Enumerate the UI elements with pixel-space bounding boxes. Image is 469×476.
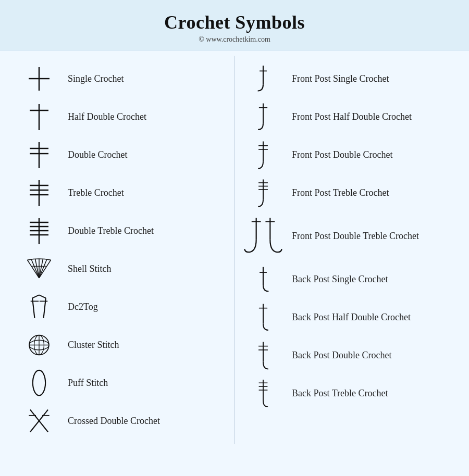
list-item: Front Post Single Crochet: [240, 60, 453, 98]
page: Crochet Symbols © www.crochetkim.com Sin…: [0, 0, 469, 476]
list-item: Puff Stitch: [16, 364, 229, 402]
list-item: Double Crochet: [16, 136, 229, 174]
stitch-name-bp-double-crochet: Back Post Double Crochet: [287, 349, 391, 361]
symbol-puff-stitch: [16, 366, 63, 400]
stitch-name-fp-single-crochet: Front Post Single Crochet: [287, 73, 389, 85]
list-item: Back Post Treble Crochet: [240, 374, 453, 412]
list-item: Front Post Half Double Crochet: [240, 98, 453, 136]
symbol-shell-stitch: [16, 252, 63, 286]
symbol-crossed-double-crochet: [16, 404, 63, 438]
symbol-double-treble-crochet: [16, 214, 63, 248]
symbol-bp-treble-crochet: [240, 377, 287, 410]
symbol-double-crochet: [16, 138, 63, 172]
right-column: Front Post Single Crochet Front Post Hal…: [234, 56, 459, 444]
stitch-name-bp-half-double-crochet: Back Post Half Double Crochet: [287, 311, 411, 323]
list-item: Single Crochet: [16, 60, 229, 98]
symbol-fp-half-double-crochet: [240, 100, 287, 134]
stitch-name-dc2tog: Dc2Tog: [63, 301, 98, 313]
stitch-name-puff-stitch: Puff Stitch: [63, 377, 108, 389]
list-item: Back Post Double Crochet: [240, 336, 453, 374]
stitch-name-crossed-double-crochet: Crossed Double Crochet: [63, 415, 160, 427]
svg-line-28: [32, 295, 39, 298]
symbol-bp-double-crochet: [240, 339, 287, 372]
symbol-bp-single-crochet: [240, 262, 287, 296]
page-title: Crochet Symbols: [10, 11, 459, 33]
list-item: Dc2Tog: [16, 288, 229, 326]
list-item: Double Treble Crochet: [16, 212, 229, 250]
content-grid: Single Crochet Half Double Crochet: [0, 51, 469, 455]
symbol-bp-half-double-crochet: [240, 300, 287, 334]
list-item: Back Post Half Double Crochet: [240, 298, 453, 336]
list-item: Front Post Treble Crochet: [240, 174, 453, 212]
left-column: Single Crochet Half Double Crochet: [10, 56, 234, 444]
svg-line-29: [39, 295, 46, 298]
stitch-name-single-crochet: Single Crochet: [63, 73, 124, 85]
list-item: Cluster Stitch: [16, 326, 229, 364]
stitch-name-double-treble-crochet: Double Treble Crochet: [63, 225, 154, 237]
stitch-name-treble-crochet: Treble Crochet: [63, 187, 124, 199]
symbol-half-double-crochet: [16, 100, 63, 134]
symbol-cluster-stitch: [16, 328, 63, 362]
list-item: Crossed Double Crochet: [16, 402, 229, 440]
symbol-single-crochet: [16, 62, 63, 96]
svg-line-21: [39, 259, 47, 278]
stitch-name-fp-treble-crochet: Front Post Treble Crochet: [287, 187, 389, 199]
symbol-fp-double-crochet: [240, 138, 287, 172]
list-item: Treble Crochet: [16, 174, 229, 212]
list-item: Half Double Crochet: [16, 98, 229, 136]
stitch-name-bp-single-crochet: Back Post Single Crochet: [287, 273, 388, 285]
stitch-name-half-double-crochet: Half Double Crochet: [63, 111, 146, 123]
list-item: Front Post Double Crochet: [240, 136, 453, 174]
stitch-name-fp-double-treble-crochet: Front Post Double Treble Crochet: [287, 230, 419, 242]
symbol-treble-crochet: [16, 176, 63, 210]
stitch-name-bp-treble-crochet: Back Post Treble Crochet: [287, 387, 388, 399]
svg-line-17: [31, 259, 39, 278]
stitch-name-fp-double-crochet: Front Post Double Crochet: [287, 149, 393, 161]
symbol-fp-double-treble-crochet: [240, 214, 287, 258]
list-item: Back Post Single Crochet: [240, 260, 453, 298]
symbol-fp-treble-crochet: [240, 176, 287, 210]
stitch-name-fp-half-double-crochet: Front Post Half Double Crochet: [287, 111, 412, 123]
list-item: Front Post Double Treble Crochet: [240, 212, 453, 260]
subtitle: © www.crochetkim.com: [10, 35, 459, 44]
svg-point-35: [33, 370, 45, 396]
stitch-name-cluster-stitch: Cluster Stitch: [63, 339, 119, 351]
stitch-name-shell-stitch: Shell Stitch: [63, 263, 112, 275]
stitch-name-double-crochet: Double Crochet: [63, 149, 127, 161]
header: Crochet Symbols © www.crochetkim.com: [0, 0, 469, 51]
list-item: Shell Stitch: [16, 250, 229, 288]
symbol-fp-single-crochet: [240, 62, 287, 96]
symbol-dc2tog: [16, 290, 63, 324]
